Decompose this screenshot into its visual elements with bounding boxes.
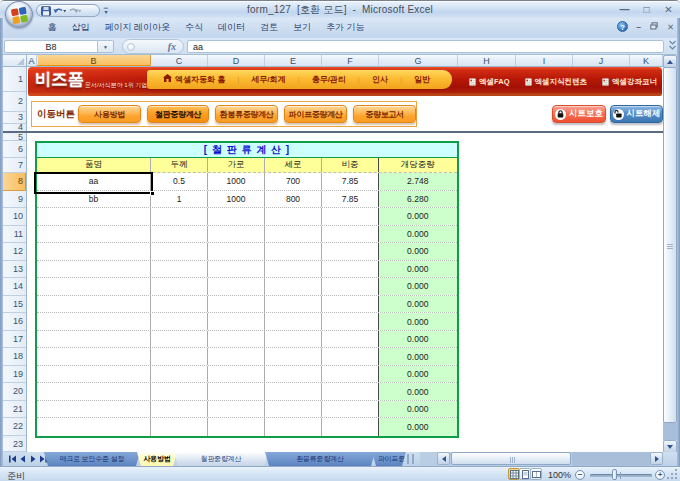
formula-input[interactable]: aa: [187, 40, 664, 53]
table-cell-13-1[interactable]: [151, 401, 208, 418]
table-cell-8-5[interactable]: 0.000: [379, 313, 457, 330]
table-cell-1-5[interactable]: 6.280: [379, 191, 457, 208]
table-cell-10-4[interactable]: [322, 348, 379, 365]
row-header-21[interactable]: 21: [3, 401, 27, 419]
name-box[interactable]: B8: [4, 40, 98, 53]
table-cell-2-5[interactable]: 0.000: [379, 208, 457, 225]
save-icon[interactable]: [41, 6, 51, 16]
ribbon-tab-6[interactable]: 보기: [286, 18, 319, 38]
table-cell-11-1[interactable]: [151, 366, 208, 383]
ribbon-tab-2[interactable]: 페이지 레이아웃: [97, 18, 178, 38]
banner-menu-item-3[interactable]: 일반: [402, 74, 442, 85]
table-cell-9-1[interactable]: [151, 331, 208, 348]
table-row-3[interactable]: 0.000: [37, 226, 457, 244]
table-cell-7-4[interactable]: [322, 296, 379, 313]
table-cell-11-4[interactable]: [322, 366, 379, 383]
table-cell-10-3[interactable]: [265, 348, 322, 365]
table-cell-0-2[interactable]: 1000: [208, 173, 265, 190]
table-cell-14-0[interactable]: [37, 418, 151, 436]
row-header-23[interactable]: 23: [3, 438, 27, 452]
banner-link-0[interactable]: 엑셀FAQ: [469, 77, 509, 87]
table-cell-3-0[interactable]: [37, 226, 151, 243]
table-cell-8-2[interactable]: [208, 313, 265, 330]
table-row-4[interactable]: 0.000: [37, 243, 457, 261]
table-cell-5-5[interactable]: 0.000: [379, 261, 457, 278]
ribbon-tab-4[interactable]: 데이터: [211, 18, 253, 38]
table-row-6[interactable]: 0.000: [37, 278, 457, 296]
table-cell-4-5[interactable]: 0.000: [379, 243, 457, 260]
table-cell-0-3[interactable]: 700: [265, 173, 322, 190]
zoom-in-button[interactable]: +: [655, 470, 665, 480]
scroll-left-button[interactable]: [437, 452, 450, 465]
row-header-10[interactable]: 10: [3, 208, 27, 226]
table-cell-3-5[interactable]: 0.000: [379, 226, 457, 243]
row-header-13[interactable]: 13: [3, 261, 27, 279]
row-header-7[interactable]: 7: [3, 158, 27, 173]
workbook-close-button[interactable]: ✕: [667, 22, 674, 32]
ribbon-tab-0[interactable]: 홈: [40, 18, 64, 38]
horizontal-scroll-thumb[interactable]: [451, 452, 571, 465]
workbook-minimize-button[interactable]: –: [636, 22, 641, 32]
row-header-20[interactable]: 20: [3, 383, 27, 401]
table-row-8[interactable]: 0.000: [37, 313, 457, 331]
table-cell-4-0[interactable]: [37, 243, 151, 260]
table-cell-11-2[interactable]: [208, 366, 265, 383]
ribbon-tab-1[interactable]: 삽입: [64, 18, 97, 38]
name-box-dropdown-icon[interactable]: ▼: [98, 40, 114, 53]
table-cell-9-5[interactable]: 0.000: [379, 331, 457, 348]
sheet-tab-0[interactable]: 매크로 보안수준 설정: [44, 452, 140, 466]
ribbon-tab-5[interactable]: 검토: [253, 18, 286, 38]
close-button[interactable]: ✕: [662, 4, 675, 15]
table-cell-14-4[interactable]: [322, 418, 379, 436]
qat-customize-button[interactable]: ═▾: [101, 6, 111, 15]
table-cell-7-3[interactable]: [265, 296, 322, 313]
table-cell-11-0[interactable]: [37, 366, 151, 383]
table-cell-4-4[interactable]: [322, 243, 379, 260]
table-cell-6-1[interactable]: [151, 278, 208, 295]
table-cell-0-1[interactable]: 0.5: [151, 173, 208, 190]
row-header-15[interactable]: 15: [3, 296, 27, 314]
horizontal-scrollbar[interactable]: [420, 452, 663, 466]
table-cell-9-3[interactable]: [265, 331, 322, 348]
table-cell-12-5[interactable]: 0.000: [379, 383, 457, 400]
column-header-I[interactable]: I: [516, 55, 573, 67]
nav-button-1[interactable]: 철판중량계산: [147, 105, 209, 123]
column-headers[interactable]: ABCDEFGHIJK: [27, 55, 663, 67]
table-cell-11-3[interactable]: [265, 366, 322, 383]
table-row-13[interactable]: 0.000: [37, 401, 457, 419]
table-cell-13-4[interactable]: [322, 401, 379, 418]
tab-split-handle[interactable]: [407, 454, 414, 464]
table-cell-12-1[interactable]: [151, 383, 208, 400]
table-cell-5-0[interactable]: [37, 261, 151, 278]
table-cell-6-5[interactable]: 0.000: [379, 278, 457, 295]
page-break-view-button[interactable]: [530, 468, 542, 480]
sheet-tab-1[interactable]: 사용방법: [137, 452, 177, 466]
table-cell-4-3[interactable]: [265, 243, 322, 260]
table-cell-5-2[interactable]: [208, 261, 265, 278]
first-sheet-button[interactable]: [7, 455, 18, 466]
insert-function-button[interactable]: fx: [168, 41, 176, 52]
column-header-H[interactable]: H: [458, 55, 516, 67]
column-header-A[interactable]: A: [27, 55, 37, 67]
workbook-restore-button[interactable]: [650, 22, 658, 32]
table-cell-6-0[interactable]: [37, 278, 151, 295]
sheet-unprotect-button[interactable]: 시트해제: [610, 105, 663, 123]
row-header-1[interactable]: 1: [3, 67, 27, 92]
row-header-2[interactable]: 2: [3, 92, 27, 112]
table-cell-9-2[interactable]: [208, 331, 265, 348]
row-header-9[interactable]: 9: [3, 191, 27, 209]
table-row-7[interactable]: 0.000: [37, 296, 457, 314]
row-header-14[interactable]: 14: [3, 278, 27, 296]
table-row-9[interactable]: 0.000: [37, 331, 457, 349]
table-cell-7-1[interactable]: [151, 296, 208, 313]
table-row-10[interactable]: 0.000: [37, 348, 457, 366]
table-cell-5-1[interactable]: [151, 261, 208, 278]
sheet-tab-2[interactable]: 철판중량계산: [174, 452, 268, 466]
table-cell-10-5[interactable]: 0.000: [379, 348, 457, 365]
table-cell-12-2[interactable]: [208, 383, 265, 400]
table-cell-1-1[interactable]: 1: [151, 191, 208, 208]
row-header-12[interactable]: 12: [3, 243, 27, 261]
select-all-corner[interactable]: [3, 55, 27, 67]
table-cell-0-4[interactable]: 7.85: [322, 173, 379, 190]
vertical-scroll-track[interactable]: [663, 423, 677, 440]
